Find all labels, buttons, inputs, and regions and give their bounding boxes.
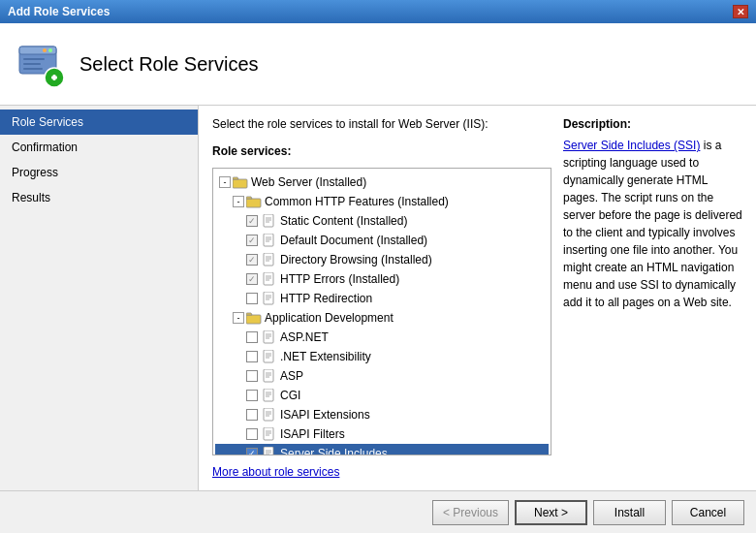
role-services-tree[interactable]: - Web Server (Installed)- Common HTTP Fe… [212, 168, 551, 455]
folder-icon-web-server [233, 174, 248, 190]
page-icon-ssi [262, 446, 277, 455]
footer: < Previous Next > Install Cancel [0, 490, 756, 533]
page-title: Select Role Services [79, 53, 259, 76]
tree-item-app-dev[interactable]: - Application Development [215, 308, 549, 328]
left-panel: Select the role services to install for … [212, 117, 551, 479]
tree-label-isapi-ext: ISAPI Extensions [280, 406, 370, 423]
sidebar-item-results[interactable]: Results [0, 185, 198, 210]
checkbox-asp[interactable] [246, 370, 258, 382]
tree-label-dir-browsing: Directory Browsing (Installed) [280, 251, 432, 268]
folder-icon-app-dev [246, 310, 262, 326]
instructions-text: Select the role services to install for … [212, 117, 551, 131]
more-about-link[interactable]: More about role services [212, 465, 339, 479]
install-button[interactable]: Install [593, 500, 666, 525]
checkbox-dir-browsing[interactable] [246, 254, 258, 266]
tree-item-net-ext[interactable]: .NET Extensibility [215, 347, 549, 366]
tree-item-dir-browsing[interactable]: Directory Browsing (Installed) [215, 250, 549, 269]
tree-label-web-server: Web Server (Installed) [251, 173, 366, 191]
sidebar: Role ServicesConfirmationProgressResults [0, 106, 199, 490]
main-layout: Role ServicesConfirmationProgressResults… [0, 106, 756, 490]
description-text: Server Side Includes (SSI) is a scriptin… [563, 137, 742, 311]
role-services-label: Role services: [212, 144, 551, 158]
header-icon [16, 39, 66, 89]
checkbox-default-doc[interactable] [246, 235, 258, 246]
previous-button[interactable]: < Previous [432, 500, 509, 525]
checkbox-isapi-filters[interactable] [246, 428, 258, 440]
tree-item-http-errors[interactable]: HTTP Errors (Installed) [215, 269, 549, 289]
checkbox-asp-net[interactable] [246, 331, 258, 343]
page-icon-static-content [262, 213, 277, 229]
tree-label-static-content: Static Content (Installed) [280, 212, 407, 230]
tree-item-ssi[interactable]: Server Side Includes [215, 444, 549, 455]
svg-rect-32 [246, 315, 261, 324]
description-panel: Description: Server Side Includes (SSI) … [563, 117, 742, 479]
tree-item-asp[interactable]: ASP [215, 366, 549, 386]
page-icon-http-errors [262, 271, 277, 287]
checkbox-ssi[interactable] [246, 448, 258, 455]
dialog-header: Select Role Services [0, 23, 756, 106]
sidebar-item-confirmation[interactable]: Confirmation [0, 135, 198, 160]
ssi-link[interactable]: Server Side Includes (SSI) [563, 139, 700, 152]
tree-item-isapi-filters[interactable]: ISAPI Filters [215, 424, 549, 444]
folder-icon-common-http [246, 194, 262, 209]
tree-label-app-dev: Application Development [265, 309, 394, 327]
checkbox-static-content[interactable] [246, 215, 258, 227]
tree-item-common-http[interactable]: - Common HTTP Features (Installed) [215, 192, 549, 211]
svg-point-6 [43, 48, 47, 52]
svg-rect-2 [23, 58, 45, 60]
expand-btn-web-server[interactable]: - [219, 176, 231, 188]
tree-item-web-server[interactable]: - Web Server (Installed) [215, 172, 549, 192]
window-title: Add Role Services [8, 5, 110, 18]
svg-rect-3 [23, 63, 41, 65]
tree-label-isapi-filters: ISAPI Filters [280, 425, 345, 443]
page-icon-asp [262, 368, 277, 384]
checkbox-net-ext[interactable] [246, 351, 258, 362]
checkbox-http-errors[interactable] [246, 273, 258, 285]
sidebar-item-progress[interactable]: Progress [0, 160, 198, 185]
tree-label-ssi: Server Side Includes [280, 445, 388, 455]
cancel-button[interactable]: Cancel [672, 500, 744, 525]
tree-item-default-doc[interactable]: Default Document (Installed) [215, 231, 549, 250]
more-link[interactable]: More about role services [212, 465, 551, 479]
svg-rect-11 [246, 199, 261, 207]
svg-rect-9 [53, 75, 56, 80]
svg-rect-10 [233, 179, 247, 188]
tree-label-http-redirect: HTTP Redirection [280, 290, 372, 307]
tree-label-cgi: CGI [280, 387, 300, 404]
page-icon-isapi-filters [262, 426, 277, 442]
tree-label-common-http: Common HTTP Features (Installed) [265, 193, 449, 210]
next-button[interactable]: Next > [515, 500, 587, 525]
page-icon-cgi [262, 388, 277, 403]
tree-label-http-errors: HTTP Errors (Installed) [280, 270, 399, 288]
expand-btn-common-http[interactable]: - [233, 196, 244, 207]
page-icon-asp-net [262, 329, 277, 345]
tree-label-asp: ASP [280, 367, 303, 385]
tree-item-asp-net[interactable]: ASP.NET [215, 328, 549, 347]
description-title: Description: [563, 117, 742, 131]
sidebar-item-role-services[interactable]: Role Services [0, 110, 198, 135]
window-titlebar: Add Role Services ✕ [0, 0, 756, 23]
tree-item-isapi-ext[interactable]: ISAPI Extensions [215, 405, 549, 424]
checkbox-cgi[interactable] [246, 390, 258, 401]
svg-point-5 [48, 48, 52, 52]
tree-label-asp-net: ASP.NET [280, 329, 329, 346]
svg-rect-4 [23, 68, 43, 70]
page-icon-isapi-ext [262, 407, 277, 423]
page-icon-net-ext [262, 349, 277, 364]
page-icon-http-redirect [262, 291, 277, 306]
window-close-button[interactable]: ✕ [733, 5, 748, 18]
tree-item-static-content[interactable]: Static Content (Installed) [215, 211, 549, 231]
tree-label-net-ext: .NET Extensibility [280, 348, 371, 365]
expand-btn-app-dev[interactable]: - [233, 312, 244, 324]
checkbox-http-redirect[interactable] [246, 293, 258, 304]
page-icon-dir-browsing [262, 252, 277, 267]
tree-item-http-redirect[interactable]: HTTP Redirection [215, 289, 549, 308]
page-icon-default-doc [262, 233, 277, 248]
checkbox-isapi-ext[interactable] [246, 409, 258, 421]
tree-label-default-doc: Default Document (Installed) [280, 232, 427, 249]
tree-item-cgi[interactable]: CGI [215, 386, 549, 405]
content-area: Select the role services to install for … [199, 106, 756, 490]
